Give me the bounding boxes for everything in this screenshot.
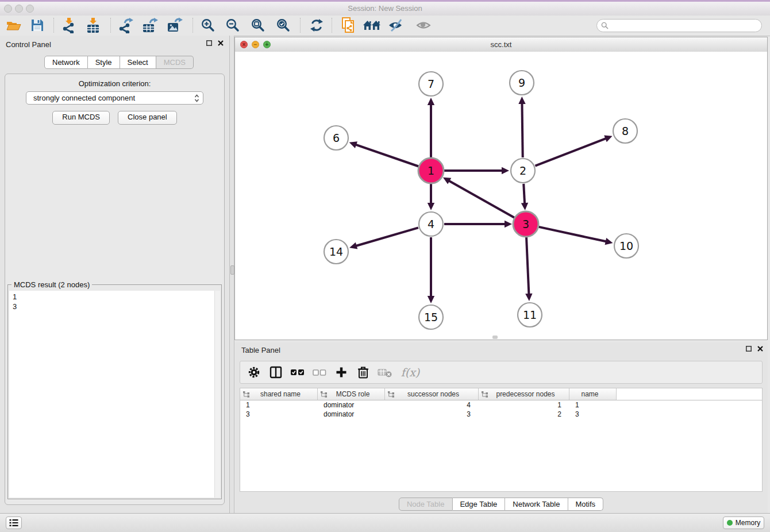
- graph-node-2[interactable]: 2: [511, 159, 535, 183]
- tab-select[interactable]: Select: [120, 56, 156, 69]
- float-panel-icon[interactable]: [206, 40, 212, 46]
- import-network-button[interactable]: [59, 17, 79, 34]
- tab-style[interactable]: Style: [88, 56, 120, 69]
- graph-node-6[interactable]: 6: [324, 126, 348, 150]
- graph-node-1[interactable]: 1: [418, 158, 444, 183]
- graph-node-10[interactable]: 10: [614, 234, 638, 258]
- graph-node-11[interactable]: 11: [518, 303, 542, 327]
- search-field[interactable]: [596, 19, 762, 32]
- export-network-button[interactable]: [116, 17, 136, 34]
- table-settings-button[interactable]: [246, 365, 262, 380]
- window-title: Session: New Session: [0, 4, 770, 13]
- graph-node-15[interactable]: 15: [419, 305, 443, 329]
- tab-edge-table[interactable]: Edge Table: [452, 498, 505, 511]
- graph-edge-2-9[interactable]: [522, 103, 522, 157]
- open-session-button[interactable]: [3, 17, 24, 34]
- mcds-result-textarea[interactable]: 1 3: [9, 291, 220, 498]
- function-builder-button[interactable]: f(x): [399, 366, 422, 379]
- zoom-fit-button[interactable]: [248, 17, 268, 34]
- graph-node-9[interactable]: 9: [510, 71, 534, 95]
- network-canvas[interactable]: 1234678910111415: [235, 52, 767, 340]
- export-table-button[interactable]: [140, 17, 160, 34]
- tab-node-table[interactable]: Node Table: [399, 498, 453, 511]
- panel-splitter[interactable]: [230, 36, 234, 513]
- select-all-button[interactable]: [290, 365, 306, 380]
- main-toolbar: [0, 16, 770, 36]
- new-network-from-file-button[interactable]: [338, 17, 359, 34]
- zoom-out-button[interactable]: [222, 17, 243, 34]
- zoom-selected-button[interactable]: [273, 17, 294, 34]
- delete-table-button[interactable]: [377, 365, 393, 380]
- graph-node-8[interactable]: 8: [613, 119, 637, 143]
- network-view-window: × − + scc.txt 1234678910111415: [234, 37, 768, 340]
- refresh-button[interactable]: [306, 17, 327, 34]
- columns-icon: [268, 365, 283, 380]
- graph-edge-4-14[interactable]: [356, 228, 418, 246]
- delete-column-button[interactable]: [355, 365, 371, 380]
- hide-details-button[interactable]: [386, 17, 406, 34]
- graph-edge-3-11[interactable]: [526, 237, 529, 295]
- close-panel-icon[interactable]: [757, 346, 763, 352]
- deselect-all-button[interactable]: [311, 365, 328, 380]
- table-cell: 3: [569, 410, 617, 418]
- graph-edge-2-3[interactable]: [523, 184, 525, 204]
- column-header-shared-name[interactable]: shared name: [240, 388, 318, 400]
- zoom-fit-icon: [251, 18, 265, 33]
- network-graph[interactable]: 1234678910111415: [235, 52, 767, 340]
- show-column-button[interactable]: [268, 365, 284, 380]
- graph-node-label: 2: [519, 164, 526, 177]
- tab-network-table[interactable]: Network Table: [505, 498, 568, 511]
- table-row[interactable]: 3dominator323: [240, 410, 762, 419]
- save-icon: [30, 18, 44, 32]
- graph-node-14[interactable]: 14: [324, 240, 348, 264]
- graph-edge-3-10[interactable]: [538, 227, 606, 242]
- tab-network[interactable]: Network: [44, 56, 88, 69]
- tab-mcds[interactable]: MCDS: [156, 56, 194, 69]
- table-cell: dominator: [318, 410, 385, 418]
- memory-button[interactable]: Memory: [723, 516, 764, 529]
- import-table-button[interactable]: [83, 17, 103, 34]
- search-input[interactable]: [611, 21, 761, 30]
- splitter-handle[interactable]: [230, 265, 234, 275]
- fx-icon: f(x): [401, 366, 420, 379]
- table-row[interactable]: 1dominator411: [240, 400, 762, 410]
- column-label: shared name: [249, 390, 317, 398]
- column-label: successor nodes: [394, 390, 478, 398]
- column-label: name: [569, 390, 616, 398]
- network-hscroll-thumb[interactable]: [492, 336, 498, 339]
- criterion-value: strongly connected component: [33, 94, 135, 102]
- graph-node-4[interactable]: 4: [419, 212, 443, 236]
- dropdown-stepper-icon: [194, 94, 199, 102]
- column-header-successor-nodes[interactable]: successor nodes: [385, 388, 479, 400]
- tab-motifs[interactable]: Motifs: [568, 498, 603, 511]
- zoom-in-icon: [201, 18, 215, 33]
- close-panel-button[interactable]: Close panel: [118, 111, 177, 125]
- graph-node-3[interactable]: 3: [513, 211, 538, 237]
- save-session-button[interactable]: [27, 17, 48, 34]
- first-neighbors-button[interactable]: [362, 17, 383, 34]
- mcds-result-legend: MCDS result (2 nodes): [11, 280, 92, 289]
- toolbar-divider: [192, 18, 193, 33]
- column-header-name[interactable]: name: [569, 388, 617, 400]
- graph-edge-2-8[interactable]: [535, 138, 606, 166]
- graph-edge-arrowhead: [428, 98, 434, 105]
- run-mcds-button[interactable]: Run MCDS: [52, 111, 110, 125]
- graph-edge-1-6[interactable]: [355, 144, 418, 166]
- node-table[interactable]: shared nameMCDS rolesuccessor nodesprede…: [240, 388, 763, 492]
- mcds-panel: Optimization criterion: strongly connect…: [5, 74, 225, 505]
- float-panel-icon[interactable]: [746, 346, 752, 352]
- column-header-predecessor-nodes[interactable]: predecessor nodes: [479, 388, 569, 400]
- toolbar-divider: [332, 18, 332, 33]
- zoom-in-button[interactable]: [198, 17, 218, 34]
- criterion-dropdown[interactable]: strongly connected component: [26, 91, 203, 105]
- close-panel-icon[interactable]: [218, 40, 224, 46]
- graph-node-7[interactable]: 7: [419, 72, 443, 96]
- export-image-button[interactable]: [164, 17, 185, 34]
- graph-edge-arrowhead: [525, 294, 532, 301]
- create-column-button[interactable]: [333, 365, 349, 380]
- show-details-button[interactable]: [413, 17, 434, 34]
- result-scrollbar[interactable]: [214, 291, 220, 498]
- column-header-MCDS-role[interactable]: MCDS role: [318, 388, 385, 400]
- task-history-button[interactable]: [6, 516, 22, 529]
- graph-edge-3-1[interactable]: [448, 180, 514, 218]
